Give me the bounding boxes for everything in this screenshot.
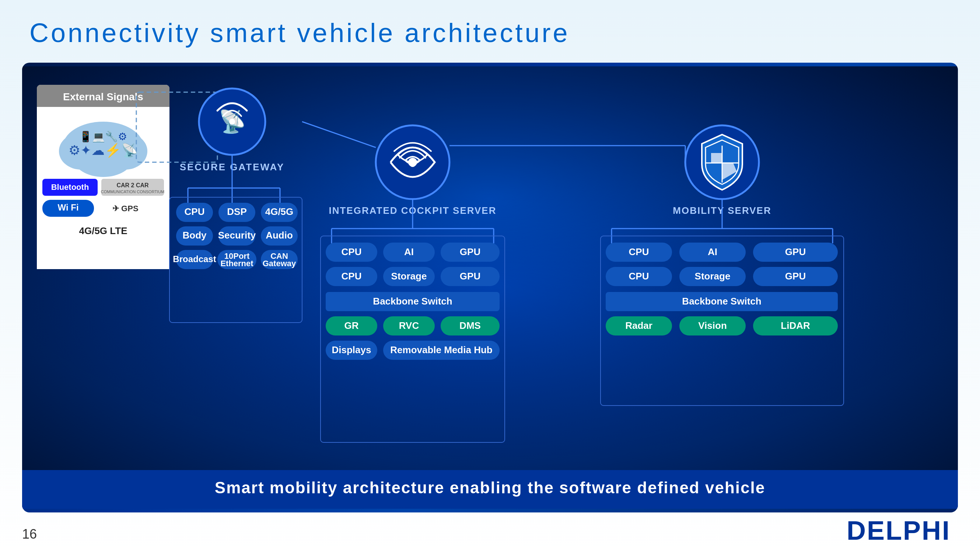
svg-text:GPU: GPU	[460, 246, 480, 257]
svg-text:CPU: CPU	[629, 271, 649, 282]
gps-label: ✈ GPS	[112, 204, 138, 213]
external-signals-group: External Signals ⚙✦☁⚡📡 📱💻🔧⚙ Bluetooth CA…	[37, 85, 169, 269]
svg-text:Security: Security	[218, 229, 256, 241]
svg-rect-6	[37, 265, 169, 269]
footer-text: Smart mobility architecture enabling the…	[215, 478, 765, 497]
svg-text:Body: Body	[183, 229, 207, 241]
svg-text:LiDAR: LiDAR	[781, 320, 810, 331]
svg-text:DSP: DSP	[227, 206, 247, 217]
svg-text:Displays: Displays	[332, 344, 371, 355]
svg-text:GR: GR	[344, 320, 359, 331]
svg-text:Ethernet: Ethernet	[220, 259, 253, 268]
page-number: 16	[22, 526, 37, 542]
delphi-logo: DELPHI	[846, 515, 951, 546]
svg-text:📱💻🔧⚙: 📱💻🔧⚙	[79, 131, 127, 143]
wifi-label: Wi Fi	[57, 202, 78, 212]
svg-text:Radar: Radar	[625, 320, 652, 331]
svg-point-17	[229, 119, 235, 124]
svg-text:COMMUNICATION CONSORTIUM: COMMUNICATION CONSORTIUM	[101, 190, 165, 194]
svg-text:GPU: GPU	[785, 246, 806, 257]
svg-text:CPU: CPU	[342, 246, 362, 257]
svg-text:DMS: DMS	[460, 320, 481, 331]
svg-point-33	[410, 161, 415, 167]
car2car-label: CAR 2 CAR	[116, 182, 149, 188]
svg-text:Gateway: Gateway	[262, 259, 296, 268]
svg-text:CPU: CPU	[629, 246, 649, 257]
svg-text:Audio: Audio	[266, 229, 293, 241]
svg-text:Broadcast: Broadcast	[173, 254, 216, 264]
svg-text:Storage: Storage	[391, 271, 427, 282]
svg-text:CPU: CPU	[342, 271, 362, 282]
svg-text:AI: AI	[708, 246, 718, 257]
main-diagram: External Signals ⚙✦☁⚡📡 📱💻🔧⚙ Bluetooth CA…	[22, 63, 958, 512]
svg-text:Backbone Switch: Backbone Switch	[682, 296, 761, 307]
svg-text:CPU: CPU	[185, 206, 205, 217]
delphi-logo-text: DELPHI	[846, 516, 951, 545]
page-title: Connectivity smart vehicle architecture	[29, 18, 570, 48]
external-signals-header: External Signals	[63, 91, 143, 102]
svg-text:AI: AI	[404, 246, 414, 257]
svg-text:RVC: RVC	[399, 320, 419, 331]
svg-text:Storage: Storage	[695, 271, 730, 282]
svg-text:⚙✦☁⚡📡: ⚙✦☁⚡📡	[68, 142, 138, 158]
svg-text:Removable Media Hub: Removable Media Hub	[390, 344, 492, 355]
lte-label: 4G/5G LTE	[79, 225, 127, 236]
svg-text:GPU: GPU	[460, 271, 480, 282]
svg-text:Vision: Vision	[698, 320, 727, 331]
svg-text:GPU: GPU	[785, 271, 806, 282]
bluetooth-label: Bluetooth	[51, 182, 89, 192]
svg-text:Backbone Switch: Backbone Switch	[373, 296, 452, 307]
svg-text:4G/5G: 4G/5G	[265, 206, 294, 217]
